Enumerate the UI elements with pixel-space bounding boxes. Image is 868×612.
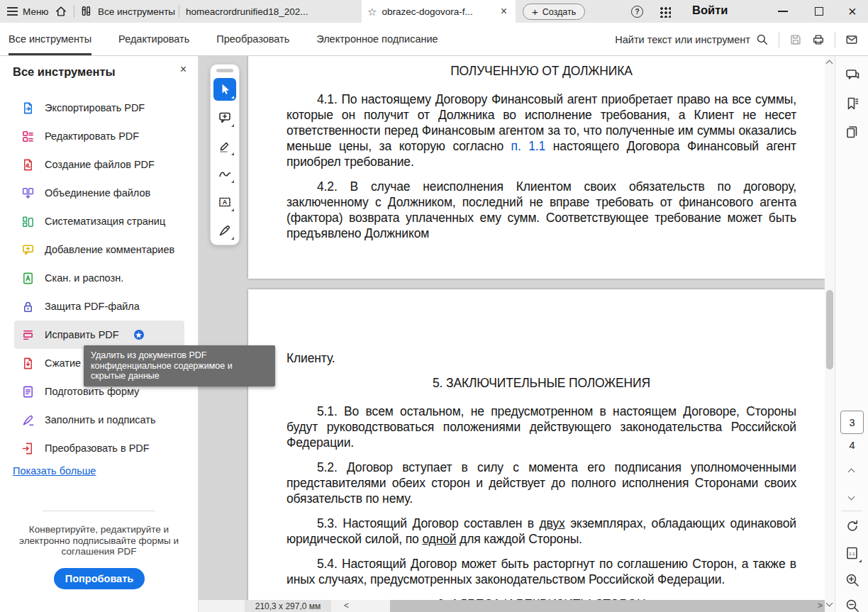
rail-divider <box>841 511 862 511</box>
save-icon[interactable] <box>789 33 802 46</box>
app-tab-label: Все инструменты <box>98 6 175 17</box>
sidebar-item-create-pdf[interactable]: Создание файлов PDF <box>0 150 199 179</box>
tab-convert[interactable]: Преобразовать <box>216 23 289 55</box>
sidebar-item-edit-pdf[interactable]: Редактировать PDF <box>0 122 199 150</box>
sidebar-item-protect-pdf[interactable]: Защита PDF-файла <box>0 292 199 321</box>
tab-esign[interactable]: Электронное подписание <box>316 23 438 55</box>
main-toolbar: Все инструменты Редактировать Преобразов… <box>0 23 868 56</box>
try-button[interactable]: Попробовать <box>54 568 145 589</box>
add-comment-icon <box>218 111 232 125</box>
sidebar-item-label: Объединение файлов <box>45 187 150 199</box>
window-close-button[interactable]: × <box>848 1 857 21</box>
scroll-left-arrow[interactable]: < <box>344 601 349 611</box>
doc-heading-received-from-debtor: ПОЛУЧЕННУЮ ОТ ДОЛЖНИКА <box>286 63 796 79</box>
sidebar-item-combine-files[interactable]: Объединение файлов <box>0 179 199 207</box>
hamburger-icon <box>7 7 18 16</box>
email-icon[interactable] <box>845 33 858 46</box>
draw-tool-button[interactable] <box>213 163 236 186</box>
sidebar-item-label: Подготовить форму <box>45 386 139 397</box>
sidebar-item-export-pdf[interactable]: Экспортировать PDF <box>0 94 199 122</box>
close-tab-icon[interactable]: × <box>498 5 510 18</box>
cursor-icon <box>218 82 232 96</box>
vertical-scrollbar[interactable] <box>825 56 835 612</box>
actual-size-button[interactable]: 1:1 <box>845 545 860 561</box>
sidebar-item-fill-sign[interactable]: Заполнить и подписать <box>0 406 199 434</box>
doc-tab1-label: homeacrordrunified18_202... <box>186 6 308 17</box>
sidebar-item-label: Скан. и распозн. <box>45 272 123 284</box>
premium-badge-icon <box>134 330 144 340</box>
fill-sign-icon <box>21 413 35 427</box>
palette-drag-handle[interactable] <box>216 69 233 72</box>
comments-panel-button[interactable] <box>845 67 860 83</box>
doc-paragraph-5-2: 5.2. Договор вступает в силу с момента е… <box>286 460 796 506</box>
draw-freeform-icon <box>218 167 232 181</box>
doc-heading-5: 5. ЗАКЛЮЧИТЕЛЬНЫЕ ПОЛОЖЕНИЯ <box>286 375 796 391</box>
tab-document-1[interactable]: homeacrordrunified18_202... <box>186 0 349 23</box>
sidebar-item-label: Создание файлов PDF <box>45 159 155 170</box>
sidebar-item-label: Преобразовать в PDF <box>45 443 150 454</box>
page-thumbnails-button[interactable] <box>845 124 860 140</box>
pdf-page-2: Клиенту. 5. ЗАКЛЮЧИТЕЛЬНЫЕ ПОЛОЖЕНИЯ 5.1… <box>248 289 825 612</box>
scroll-right-arrow[interactable]: > <box>818 601 823 611</box>
scroll-down-arrow[interactable] <box>826 600 833 607</box>
zoom-in-button[interactable] <box>845 572 860 588</box>
para-5-3-underlined: двух <box>540 516 565 530</box>
create-pdf-icon <box>21 158 35 172</box>
tools-list: Экспортировать PDF Редактировать PDF Соз… <box>0 94 199 462</box>
previous-page-arrow[interactable] <box>848 469 855 476</box>
tab-all-tools-home[interactable]: Все инструменты <box>79 0 175 23</box>
rotate-page-button[interactable] <box>845 518 860 534</box>
compress-pdf-icon <box>21 357 35 370</box>
help-button[interactable]: ? <box>631 6 643 18</box>
vertical-scrollbar-thumb[interactable] <box>826 290 833 369</box>
bookmarks-panel-button[interactable] <box>845 96 860 111</box>
window-maximize-button[interactable] <box>815 7 823 16</box>
menu-label: Меню <box>23 6 49 17</box>
sidebar-item-organize-pages[interactable]: Систематизация страниц <box>0 207 199 235</box>
select-tool-button[interactable] <box>213 78 236 101</box>
redact-tooltip: Удалить из документов PDF конфиденциальн… <box>84 345 275 386</box>
tab-all-tools[interactable]: Все инструменты <box>9 23 91 55</box>
create-button[interactable]: + Создать <box>523 4 585 20</box>
fill-sign-tool-button[interactable] <box>213 219 236 242</box>
menu-button[interactable]: Меню <box>7 0 49 23</box>
sidebar-item-label: Исправить PDF <box>45 329 119 340</box>
doc-carryover-text: Клиенту. <box>286 350 796 366</box>
window-minimize-button[interactable] <box>778 11 788 12</box>
redact-pdf-icon <box>21 328 35 342</box>
doc-link-p-1-1[interactable]: п. 1.1 <box>511 139 546 153</box>
prepare-form-icon <box>21 385 35 399</box>
svg-text:A: A <box>223 199 228 206</box>
tab-edit[interactable]: Редактировать <box>118 23 189 55</box>
current-page-box[interactable]: 3 <box>840 411 864 434</box>
titlebar-divider <box>74 5 74 18</box>
find-tool-button[interactable]: Найти текст или инструмент <box>615 33 769 46</box>
sidebar-item-add-comments[interactable]: Добавление комментариев <box>0 235 199 264</box>
close-panel-icon[interactable]: × <box>180 63 187 76</box>
rotate-icon <box>845 518 860 534</box>
sidebar-item-scan-ocr[interactable]: Скан. и распозн. <box>0 264 199 292</box>
sidebar-item-convert-pdf[interactable]: Преобразовать в PDF <box>0 434 199 462</box>
add-comment-tool-button[interactable] <box>213 106 236 129</box>
scroll-up-arrow[interactable] <box>826 60 833 67</box>
zoom-out-button[interactable] <box>845 598 860 612</box>
highlight-tool-button[interactable] <box>213 135 236 157</box>
doc-paragraph-4-1: 4.1. По настоящему Договору Финансовый а… <box>286 91 796 169</box>
doc-paragraph-5-3: 5.3. Настоящий Договор составлен в двух … <box>286 516 796 547</box>
home-button[interactable] <box>51 0 71 23</box>
print-icon[interactable] <box>812 33 825 46</box>
star-icon[interactable]: ☆ <box>367 6 377 17</box>
tab-document-2-active[interactable]: ☆ obrazec-dogovora-f... × <box>362 0 516 23</box>
sign-in-button[interactable]: Войти <box>692 4 728 17</box>
search-icon <box>756 33 769 46</box>
quick-tools-palette: A <box>210 64 240 245</box>
svg-text:1:1: 1:1 <box>849 552 855 556</box>
apps-grid-icon[interactable] <box>659 6 671 18</box>
show-more-link[interactable]: Показать больше <box>13 465 96 477</box>
select-text-tool-button[interactable]: A <box>213 191 236 213</box>
titlebar-divider <box>179 5 179 18</box>
tools-icon <box>79 5 92 18</box>
sidebar-item-redact-pdf[interactable]: Исправить PDF <box>14 321 184 349</box>
horizontal-scrollbar-thumb[interactable] <box>390 600 825 612</box>
next-page-arrow[interactable] <box>848 494 855 501</box>
